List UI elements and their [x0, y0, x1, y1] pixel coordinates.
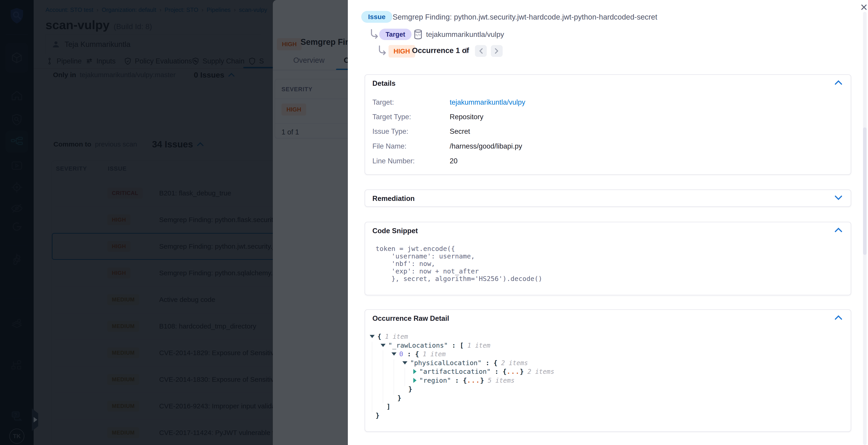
- collapse-section-button[interactable]: [834, 315, 842, 321]
- code-line: token = jwt.encode({: [376, 245, 455, 253]
- tree-punct: }: [408, 385, 412, 393]
- tree-colon: :: [403, 350, 415, 358]
- issue-type-badge: Issue: [361, 11, 393, 23]
- occurrence-total: 1: [464, 46, 468, 55]
- close-icon[interactable]: ✕: [858, 1, 868, 13]
- detail-value: /harness/good/libapi.py: [450, 142, 522, 150]
- code-line: 'nbf': now,: [376, 260, 435, 268]
- json-tree-node[interactable]: "physicalLocation" : { 2 items: [402, 359, 528, 367]
- detail-label: Target Type:: [372, 113, 411, 121]
- json-tree-node[interactable]: 0 : { 1 item: [392, 350, 445, 358]
- tree-key: "artifactLocation": [419, 368, 491, 375]
- svg-text:</>: </>: [415, 33, 421, 37]
- tree-brace: }: [480, 377, 484, 384]
- tree-count: 2 items: [501, 359, 528, 367]
- detail-value-target-link[interactable]: tejakummarikuntla/vulpy: [450, 98, 525, 107]
- tree-expanded-icon: [392, 352, 397, 356]
- tree-collapsed-icon: [413, 378, 416, 383]
- tree-key: "_rawLocations": [388, 342, 448, 349]
- chevron-left-icon: [478, 48, 483, 54]
- tree-punct: ]: [386, 403, 390, 410]
- detail-value: Repository: [450, 113, 483, 121]
- detail-label: File Name:: [372, 142, 406, 150]
- detail-label: Line Number:: [372, 157, 415, 165]
- expand-section-button[interactable]: [834, 195, 842, 201]
- collapse-section-button[interactable]: [834, 80, 842, 86]
- tree-colon: :: [448, 342, 460, 349]
- tree-colon: :: [491, 368, 502, 375]
- branch-arrow-icon: [378, 45, 387, 55]
- chevron-up-icon: [834, 315, 842, 320]
- tree-ellipsis: ...: [506, 368, 520, 375]
- tree-punct: }: [376, 412, 379, 419]
- json-tree-closer: }: [397, 394, 401, 402]
- tree-count: 2 items: [527, 368, 554, 375]
- severity-badge: HIGH: [389, 45, 415, 58]
- tree-punct: {: [377, 333, 381, 340]
- chevron-right-icon: [494, 48, 499, 54]
- repository-icon: </>: [413, 29, 423, 39]
- occurrence-label: Occurrence 1 of: [412, 46, 469, 55]
- code-line: 'username': username,: [376, 253, 475, 260]
- tree-punct: [: [460, 342, 464, 349]
- tree-punct: {: [415, 350, 419, 358]
- collapse-section-button[interactable]: [834, 227, 842, 234]
- section-title: Remediation: [372, 195, 415, 203]
- prev-occurrence-button[interactable]: [475, 45, 487, 57]
- tree-key: "region": [419, 377, 451, 384]
- next-occurrence-button[interactable]: [491, 45, 503, 57]
- tree-brace: {: [463, 377, 467, 384]
- target-name[interactable]: tejakummarikuntla/vulpy: [426, 30, 504, 39]
- tree-expanded-icon: [402, 361, 407, 364]
- json-tree-closer: }: [376, 412, 379, 419]
- json-tree-node[interactable]: "_rawLocations" : [ 1 item: [380, 342, 490, 349]
- tree-colon: :: [451, 377, 463, 384]
- tree-count: 1 item: [385, 333, 408, 340]
- app-root: ? TK Account: STO test › Organization: d…: [0, 0, 868, 445]
- drawer-issue-title: Semgrep Finding: python.jwt.security.jwt…: [393, 13, 657, 21]
- code-line: 'exp': now + not_after: [376, 268, 479, 275]
- branch-arrow-icon: [370, 29, 379, 39]
- target-badge: Target: [379, 29, 411, 40]
- tree-ellipsis: ...: [467, 377, 480, 384]
- tree-index: 0: [399, 350, 403, 358]
- section-title: Details: [372, 80, 396, 88]
- json-tree-closer: }: [408, 385, 412, 393]
- tree-brace: }: [520, 368, 524, 375]
- detail-label: Issue Type:: [372, 127, 408, 136]
- tree-key: "physicalLocation": [410, 359, 482, 367]
- issue-detail-drawer: ✕ Issue Semgrep Finding: python.jwt.secu…: [348, 0, 868, 445]
- remediation-section: Remediation: [365, 189, 851, 207]
- tree-count: 5 items: [488, 377, 515, 384]
- code-line: }, secret, algorithm='HS256').decode(): [376, 275, 542, 283]
- detail-value: 20: [450, 157, 457, 165]
- tree-count: 1 item: [467, 342, 490, 349]
- section-title: Occurrence Raw Detail: [372, 315, 449, 323]
- drawer-scrollbar-thumb[interactable]: [863, 127, 867, 255]
- detail-value: Secret: [450, 127, 470, 136]
- tree-expanded-icon: [380, 344, 385, 347]
- details-section: Details Target: tejakummarikuntla/vulpy …: [365, 75, 851, 175]
- tree-punct: }: [397, 394, 401, 402]
- tree-collapsed-icon: [413, 369, 416, 374]
- chevron-down-icon: [834, 195, 842, 201]
- json-tree-closer: ]: [386, 403, 390, 410]
- chevron-up-icon: [834, 227, 842, 233]
- tree-count: 1 item: [423, 350, 445, 358]
- json-tree-node[interactable]: { 1 item: [370, 333, 408, 340]
- section-title: Code Snippet: [372, 227, 418, 235]
- tree-punct: {: [494, 359, 497, 367]
- tree-colon: :: [482, 359, 493, 367]
- detail-label: Target:: [372, 98, 394, 107]
- tree-brace: {: [503, 368, 506, 375]
- code-snippet-section: Code Snippet token = jwt.encode({ 'usern…: [365, 222, 851, 295]
- raw-detail-section: Occurrence Raw Detail { 1 item "_rawLoca…: [365, 309, 851, 432]
- tree-expanded-icon: [370, 335, 375, 338]
- json-tree-node[interactable]: "region" : { ... } 5 items: [413, 377, 515, 384]
- chevron-up-icon: [834, 80, 842, 85]
- json-tree-node[interactable]: "artifactLocation" : { ... } 2 items: [413, 368, 554, 375]
